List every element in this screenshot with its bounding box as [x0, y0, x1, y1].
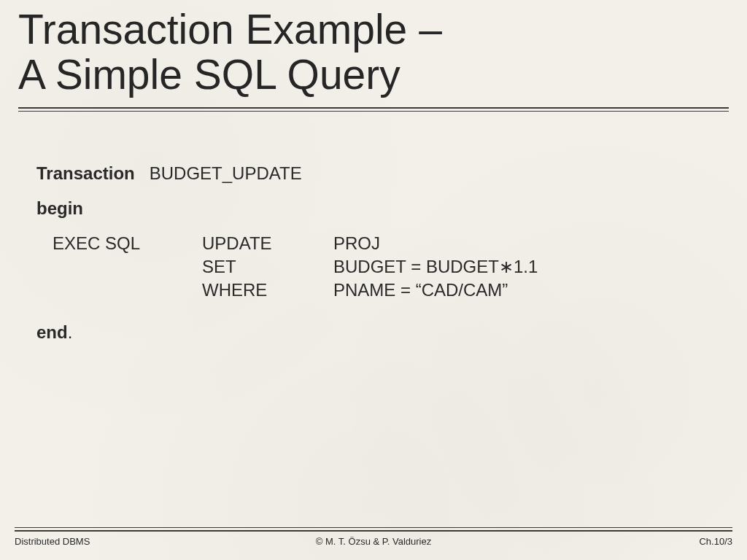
sql-update-keyword: UPDATE — [202, 233, 333, 256]
end-keyword: end — [36, 322, 68, 343]
sql-where-arg: PNAME = “CAD/CAM” — [333, 279, 538, 303]
transaction-declaration: Transaction BUDGET_UPDATE — [36, 163, 711, 184]
transaction-name: BUDGET_UPDATE — [150, 163, 302, 184]
slide-content: Transaction BUDGET_UPDATE begin EXEC SQL… — [0, 112, 747, 343]
end-dot: . — [68, 322, 73, 343]
sql-where-keyword: WHERE — [202, 279, 333, 303]
sql-update-arg: PROJ — [333, 233, 538, 256]
end-line: end. — [36, 322, 711, 343]
title-block: Transaction Example – A Simple SQL Query — [0, 0, 747, 112]
transaction-keyword: Transaction — [36, 163, 135, 184]
title-line-1: Transaction Example – — [18, 6, 442, 52]
sql-set-arg: BUDGET = BUDGET∗​1.1 — [333, 256, 538, 279]
footer: Distributed DBMS © M. T. Özsu & P. Valdu… — [0, 527, 747, 547]
footer-right: Ch.10/3 — [699, 536, 732, 547]
spacer — [135, 163, 150, 184]
sql-set-keyword: SET — [202, 256, 333, 279]
footer-left: Distributed DBMS — [15, 536, 90, 547]
exec-sql-keyword: EXEC SQL — [53, 233, 202, 256]
slide-title: Transaction Example – A Simple SQL Query — [18, 7, 729, 107]
begin-keyword: begin — [36, 198, 711, 219]
footer-rule — [15, 527, 732, 532]
title-line-2: A Simple SQL Query — [18, 51, 400, 98]
sql-block: EXEC SQL UPDATE SET WHERE PROJ BUDGET = … — [36, 233, 711, 303]
footer-center: © M. T. Özsu & P. Valduriez — [0, 536, 747, 547]
